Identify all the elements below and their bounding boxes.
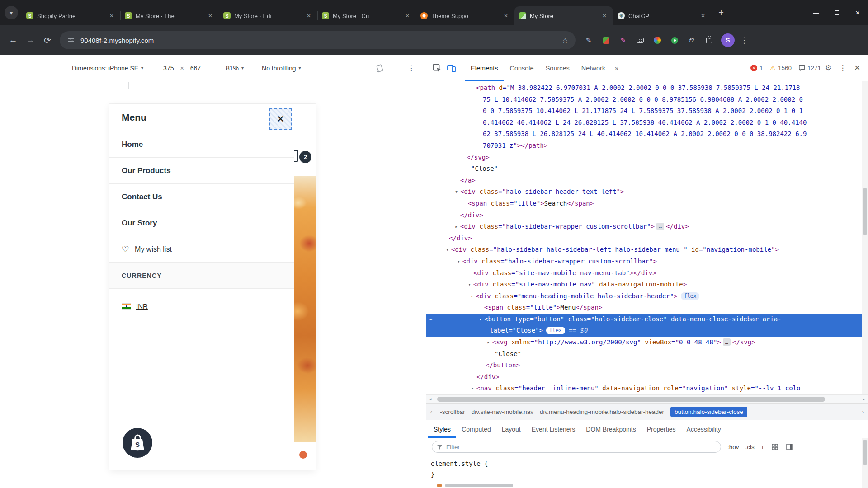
styles-scrollbar[interactable]	[862, 438, 868, 488]
styles-tab[interactable]: Accessibility	[681, 420, 726, 438]
rotate-viewport-icon[interactable]	[375, 64, 384, 73]
edit-extension-icon[interactable]: ✎	[583, 34, 594, 46]
address-bar[interactable]: 90408f-2.myshopify.com ☆	[60, 31, 576, 49]
reload-button[interactable]: ⟳	[39, 32, 56, 49]
dom-tree-node[interactable]: 62 37.585938 L 26.828125 24 L 40.414062 …	[426, 128, 868, 140]
browser-tab[interactable]: SMy Store · The✕	[120, 6, 219, 25]
device-select[interactable]: Dimensions: iPhone SE ▾	[72, 65, 143, 72]
expand-arrow-icon[interactable]: ▾	[444, 244, 451, 256]
browser-tab[interactable]: SMy Store · Cu✕	[317, 6, 416, 25]
url-text[interactable]: 90408f-2.myshopify.com	[80, 37, 154, 44]
dom-tree-node[interactable]: </div>	[426, 233, 868, 244]
profile-avatar[interactable]: S	[721, 33, 735, 47]
dom-tree-node[interactable]: </div>	[426, 371, 868, 383]
viewport-width-input[interactable]: 375	[163, 65, 174, 72]
zoom-select[interactable]: 81% ▾	[226, 65, 244, 72]
tab-close-icon[interactable]: ✕	[699, 12, 707, 20]
browser-tab[interactable]: Theme Suppo✕	[416, 6, 514, 25]
maximize-button[interactable]	[826, 0, 847, 25]
breadcrumb-item[interactable]: div.site-nav-mobile.nav	[472, 408, 533, 415]
breadcrumb-item[interactable]: -scrollbar	[440, 408, 465, 415]
browser-tab[interactable]: ✳ChatGPT✕	[613, 6, 712, 25]
tab-close-icon[interactable]: ✕	[403, 12, 411, 20]
throttling-select[interactable]: No throttling ▾	[262, 65, 301, 72]
device-toolbar-menu-icon[interactable]: ⋮	[408, 64, 415, 72]
dom-tree-node[interactable]: </div>	[426, 210, 868, 221]
scroll-right-icon[interactable]: ►	[860, 395, 868, 404]
crumbs-right-icon[interactable]: ›	[861, 408, 865, 415]
breadcrumb-item[interactable]: div.menu-heading-mobile.halo-sidebar-hea…	[540, 408, 664, 415]
dom-tree-node[interactable]: ▾<div class="halo-sidebar-header text-le…	[426, 186, 868, 198]
tab-close-icon[interactable]: ✕	[305, 12, 313, 20]
new-tab-button[interactable]: +	[714, 6, 728, 19]
currency-selector[interactable]: INR	[109, 302, 294, 310]
new-style-rule-button[interactable]: +	[761, 444, 764, 450]
tab-close-icon[interactable]: ✕	[600, 12, 609, 20]
expand-arrow-icon[interactable]: ▾	[466, 279, 473, 291]
browser-tab[interactable]: SMy Store · Edi✕	[219, 6, 317, 25]
scrollbar-thumb[interactable]	[437, 397, 825, 402]
extensions-puzzle-icon[interactable]	[703, 34, 715, 46]
devtools-tab-elements[interactable]: Elements	[465, 55, 504, 81]
devtools-tab-network[interactable]: Network	[576, 55, 611, 81]
dom-tree-node[interactable]: <span class="title">Search</span>	[426, 198, 868, 210]
dom-tree-node[interactable]: "Close"	[426, 348, 868, 360]
menu-link[interactable]: Our Products	[109, 158, 294, 184]
devtools-tab-console[interactable]: Console	[504, 55, 539, 81]
menu-link[interactable]: Contact Us	[109, 184, 294, 210]
styles-tab[interactable]: Event Listeners	[526, 420, 581, 438]
dom-tree-node[interactable]: 707031 z"></path>	[426, 140, 868, 152]
bookmark-star-icon[interactable]: ☆	[562, 36, 568, 45]
browser-tab[interactable]: SShopify Partne✕	[22, 6, 120, 25]
expand-arrow-icon[interactable]: ▾	[477, 314, 484, 325]
browser-menu-icon[interactable]: ⋮	[737, 32, 751, 49]
menu-link[interactable]: Home	[109, 131, 294, 158]
inspect-element-icon[interactable]	[430, 61, 444, 75]
menu-close-button[interactable]: ✕	[269, 108, 292, 130]
issues-counter[interactable]: 1271	[798, 65, 821, 71]
more-tabs-icon[interactable]: »	[611, 65, 622, 72]
devtools-tab-sources[interactable]: Sources	[540, 55, 576, 81]
color-wheel-extension-icon[interactable]	[651, 34, 663, 46]
dom-tree-node[interactable]: ▾<div class="halo-sidebar halo-sidebar-l…	[426, 244, 868, 256]
computed-sidebar-icon[interactable]	[785, 443, 793, 451]
breadcrumb-item[interactable]: button.halo-sidebar-close	[670, 407, 747, 417]
scrollbar-thumb[interactable]	[863, 440, 867, 465]
font-extension-icon[interactable]: f?	[686, 34, 698, 46]
pink-pen-extension-icon[interactable]: ✎	[617, 34, 629, 46]
dom-tree-node[interactable]: ▸<svg xmlns="http://www.w3.org/2000/svg"…	[426, 337, 868, 348]
tab-close-icon[interactable]: ✕	[502, 12, 510, 20]
tab-close-icon[interactable]: ✕	[108, 12, 116, 20]
styles-tab[interactable]: Styles	[428, 420, 456, 438]
dom-tree-node[interactable]: 0.414062 40.414062 L 24 26.828125 L 37.5…	[426, 117, 868, 129]
scrollbar-thumb[interactable]	[863, 188, 867, 235]
styles-filter-input[interactable]: Filter	[432, 441, 721, 453]
expand-arrow-icon[interactable]: ▾	[453, 186, 460, 198]
dom-tree-node[interactable]: ⋯▾<button type="button" class="halo-side…	[426, 314, 868, 325]
dom-tree-node[interactable]: </button>	[426, 360, 868, 371]
dom-tree-node[interactable]: ▾<div class="halo-sidebar-wrapper custom…	[426, 256, 868, 267]
dom-tree-node[interactable]: label="Close">flex == $0	[426, 325, 868, 337]
dom-tree-node[interactable]: <span class="title">Menu</span>	[426, 302, 868, 314]
styles-tab[interactable]: Layout	[496, 420, 526, 438]
class-toggle[interactable]: .cls	[745, 444, 755, 450]
dom-tree-node[interactable]: ▾<div class="site-nav-mobile nav" data-n…	[426, 279, 868, 291]
color-extension-icon[interactable]	[600, 34, 612, 46]
horizontal-scrollbar[interactable]: ◄ ►	[426, 394, 868, 403]
close-window-button[interactable]: ✕	[847, 0, 868, 25]
site-settings-icon[interactable]	[67, 36, 75, 44]
viewport-height-input[interactable]: 667	[190, 65, 201, 72]
styles-tab[interactable]: Properties	[642, 420, 681, 438]
collapse-arrow-icon[interactable]: ▸	[453, 221, 460, 233]
forward-button[interactable]: →	[22, 32, 39, 49]
more-actions-icon[interactable]: ⋯	[429, 314, 433, 325]
dom-tree-node[interactable]: </a>	[426, 175, 868, 187]
minimize-button[interactable]: —	[806, 0, 826, 25]
camera-extension-icon[interactable]	[634, 34, 646, 46]
scroll-left-icon[interactable]: ◄	[426, 395, 434, 404]
wishlist-link[interactable]: ♡ My wish list	[109, 236, 294, 263]
grid-icon[interactable]	[771, 443, 779, 451]
expand-arrow-icon[interactable]: ▾	[468, 291, 475, 302]
elements-scrollbar[interactable]	[862, 81, 868, 394]
element-style-section[interactable]: element.style { }	[426, 455, 868, 483]
